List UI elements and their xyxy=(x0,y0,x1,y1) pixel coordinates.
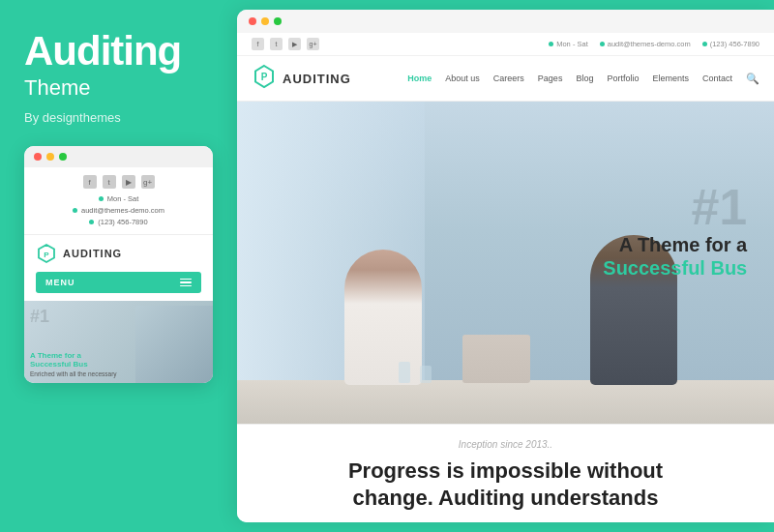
desktop-schedule: Mon - Sat xyxy=(549,40,588,48)
desktop-dot-green xyxy=(274,17,282,25)
mobile-hero-h1: A Theme for a xyxy=(30,351,207,360)
mobile-logo-row: P AUDITING xyxy=(24,235,213,272)
desktop-email-dot xyxy=(600,42,605,46)
hero-table xyxy=(237,380,774,424)
desktop-logo-hex: P xyxy=(252,64,277,93)
email-dot xyxy=(73,208,77,213)
desktop-nav-links: Home About us Careers Pages Blog Portfol… xyxy=(407,72,759,85)
below-hero-tagline: Inception since 2013.. xyxy=(256,439,755,450)
hero-number: #1 xyxy=(603,182,747,232)
desktop-hero: #1 A Theme for a Successful Bus xyxy=(237,102,774,424)
nav-careers[interactable]: Careers xyxy=(493,74,524,83)
hero-person-left xyxy=(344,250,422,385)
mobile-phone: (123) 456-7890 xyxy=(36,218,201,226)
nav-about[interactable]: About us xyxy=(445,74,480,83)
desktop-phone: (123) 456-7890 xyxy=(702,40,759,48)
mobile-hero-h1-green: Successful Bus xyxy=(30,360,207,369)
desktop-googleplus-icon: g+ xyxy=(307,38,319,50)
desktop-contact-info: Mon - Sat audit@themes-demo.com (123) 45… xyxy=(549,40,759,48)
desktop-logo: P AUDITING xyxy=(252,64,351,93)
mobile-social-icons: f t ▶ g+ xyxy=(36,175,201,189)
desktop-dots-bar xyxy=(237,10,774,33)
theme-subtitle: Theme xyxy=(24,75,213,101)
desktop-email: audit@themes-demo.com xyxy=(600,40,691,48)
svg-text:P: P xyxy=(44,251,49,259)
desktop-twitter-icon: t xyxy=(270,38,283,50)
mobile-menu-bar[interactable]: MENU xyxy=(36,272,201,293)
mobile-topbar: f t ▶ g+ Mon - Sat audit@themes-demo.com… xyxy=(24,167,213,235)
desktop-below-hero: Inception since 2013.. Progress is impos… xyxy=(237,424,774,522)
nav-pages[interactable]: Pages xyxy=(538,74,563,83)
hero-glass-1 xyxy=(399,362,410,383)
mobile-logo-text: AUDITING xyxy=(63,248,122,259)
hero-laptop xyxy=(462,335,530,383)
mobile-menu-label: MENU xyxy=(45,278,75,287)
nav-contact[interactable]: Contact xyxy=(702,74,732,83)
theme-author: By designthemes xyxy=(24,110,213,125)
mobile-hero-sub: Enriched with all the necessary xyxy=(30,370,207,377)
phone-dot xyxy=(89,220,94,224)
youtube-icon: ▶ xyxy=(122,175,135,189)
dot-yellow xyxy=(46,153,54,161)
desktop-topbar: f t ▶ g+ Mon - Sat audit@themes-demo.com… xyxy=(237,33,774,56)
schedule-dot xyxy=(99,196,104,201)
desktop-schedule-dot xyxy=(549,42,553,46)
mobile-dots-bar xyxy=(24,146,213,167)
nav-elements[interactable]: Elements xyxy=(652,74,689,83)
hero-headline-2: Successful Bus xyxy=(603,257,747,280)
mobile-email: audit@themes-demo.com xyxy=(36,206,201,215)
dot-green xyxy=(59,153,67,161)
theme-title: Auditing xyxy=(24,29,213,74)
nav-portfolio[interactable]: Portfolio xyxy=(607,74,639,83)
mobile-hero-number: #1 xyxy=(30,307,49,327)
svg-text:P: P xyxy=(261,72,268,82)
left-panel: Auditing Theme By designthemes f t ▶ g+ … xyxy=(0,0,237,532)
googleplus-icon: g+ xyxy=(141,175,155,189)
mobile-preview-card: f t ▶ g+ Mon - Sat audit@themes-demo.com… xyxy=(24,146,213,383)
desktop-dot-yellow xyxy=(261,17,269,25)
twitter-icon: t xyxy=(103,175,116,189)
desktop-logo-text: AUDITING xyxy=(283,72,351,86)
nav-blog[interactable]: Blog xyxy=(576,74,593,83)
below-hero-heading: Progress is impossible withoutchange. Au… xyxy=(256,458,755,513)
hero-headline-1: A Theme for a xyxy=(603,232,747,257)
desktop-facebook-icon: f xyxy=(252,38,264,50)
mobile-logo-hex: P xyxy=(36,243,57,264)
hamburger-icon xyxy=(180,279,192,287)
facebook-icon: f xyxy=(83,175,97,189)
desktop-dot-red xyxy=(249,17,256,25)
mobile-schedule: Mon - Sat xyxy=(36,194,201,203)
desktop-preview-panel: f t ▶ g+ Mon - Sat audit@themes-demo.com… xyxy=(237,10,774,522)
desktop-navbar: P AUDITING Home About us Careers Pages B… xyxy=(237,56,774,102)
mobile-hero-text-block: A Theme for a Successful Bus Enriched wi… xyxy=(30,351,207,377)
nav-home[interactable]: Home xyxy=(407,74,432,83)
search-icon[interactable]: 🔍 xyxy=(746,72,759,85)
hero-glass-2 xyxy=(420,366,432,383)
hero-overlay-text: #1 A Theme for a Successful Bus xyxy=(603,182,747,280)
desktop-social-row: f t ▶ g+ xyxy=(252,38,319,50)
desktop-youtube-icon: ▶ xyxy=(288,38,301,50)
mobile-hero-image: #1 A Theme for a Successful Bus Enriched… xyxy=(24,301,213,383)
dot-red xyxy=(34,153,42,161)
desktop-phone-dot xyxy=(702,42,707,46)
